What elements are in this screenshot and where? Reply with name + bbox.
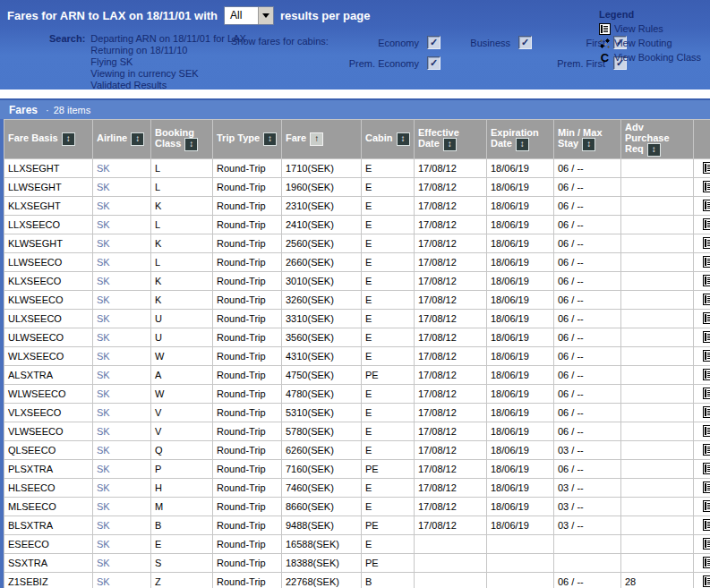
airline-link[interactable]: SK: [97, 482, 110, 493]
cell-fare: 8660(SEK): [282, 498, 362, 516]
cabin-label-prem-first: Prem. First: [557, 58, 605, 69]
airline-link[interactable]: SK: [97, 501, 110, 512]
view-rules-icon[interactable]: [703, 463, 710, 474]
view-rules-icon[interactable]: [703, 369, 710, 380]
cell-airline: SK: [93, 498, 151, 516]
view-rules-icon[interactable]: [703, 388, 710, 399]
cell-effective-date: [415, 554, 487, 573]
column-header: Effective Date: [415, 120, 487, 159]
airline-link[interactable]: SK: [97, 445, 110, 456]
airline-link[interactable]: SK: [97, 576, 110, 587]
view-rules-icon[interactable]: [703, 444, 710, 456]
airline-link[interactable]: SK: [97, 558, 110, 568]
cabin-checkbox-economy[interactable]: [427, 36, 441, 49]
cabin-filter: Show fares for cabins: Economy Business …: [231, 36, 626, 70]
view-rules-icon[interactable]: [703, 500, 710, 512]
airline-link[interactable]: SK: [97, 388, 110, 399]
sort-toggle-icon[interactable]: [184, 138, 198, 151]
fare-row: ESEECOSKERound-Trip16588(SEK)E: [4, 535, 710, 554]
view-rules-icon[interactable]: [703, 200, 710, 211]
view-rules-icon[interactable]: [703, 406, 710, 418]
cabin-checkbox-business[interactable]: [518, 36, 532, 49]
airline-link[interactable]: SK: [97, 182, 110, 192]
airline-link[interactable]: SK: [97, 313, 110, 324]
view-rules-icon[interactable]: [703, 481, 710, 493]
view-rules-icon[interactable]: [703, 181, 710, 192]
view-rules-icon[interactable]: [703, 557, 710, 568]
cell-booking-class: K: [151, 272, 213, 291]
view-rules-icon[interactable]: [703, 350, 710, 362]
airline-link[interactable]: SK: [97, 520, 110, 531]
cell-effective-date: 17/08/12: [415, 460, 487, 479]
cell-cabin: E: [362, 498, 415, 516]
airline-link[interactable]: SK: [97, 426, 110, 437]
airline-link[interactable]: SK: [97, 294, 110, 305]
sort-toggle-icon[interactable]: [62, 132, 75, 146]
fare-row: KLWSEECOSKKRound-Trip3260(SEK)E17/08/121…: [4, 291, 710, 310]
cell-fare: 2660(SEK): [282, 253, 362, 272]
airline-link[interactable]: SK: [97, 407, 110, 418]
view-rules-icon[interactable]: [703, 331, 710, 343]
sort-ascending-icon[interactable]: [310, 132, 323, 146]
cell-adv-purchase-req: [621, 310, 694, 328]
view-rules-icon[interactable]: [703, 275, 710, 286]
airline-link[interactable]: SK: [97, 351, 110, 362]
cell-airline: SK: [93, 347, 151, 366]
cell-trip-type: Round-Trip: [213, 460, 282, 479]
sort-toggle-icon[interactable]: [263, 132, 277, 146]
view-rules-icon[interactable]: [703, 312, 710, 324]
sort-toggle-icon[interactable]: [582, 138, 595, 151]
cell-cabin: E: [362, 404, 415, 422]
cell-booking-class: U: [151, 328, 213, 347]
airline-link[interactable]: SK: [97, 464, 110, 474]
cell-fare-basis: Z1SEBIZ: [4, 573, 93, 588]
cell-expiration-date: 18/06/19: [487, 197, 554, 216]
column-header: Trip Type: [213, 120, 282, 159]
cell-expiration-date: 18/06/19: [487, 479, 554, 498]
airline-link[interactable]: SK: [97, 238, 110, 249]
results-per-page-select[interactable]: All: [224, 6, 274, 25]
cell-min-max-stay: [554, 535, 621, 554]
cell-expiration-date: 18/06/19: [487, 178, 554, 197]
cell-expiration-date: 18/06/19: [487, 347, 554, 366]
select-dropdown-arrow-icon[interactable]: [258, 7, 273, 24]
view-rules-icon[interactable]: [703, 575, 710, 587]
sort-toggle-icon[interactable]: [647, 143, 661, 157]
cell-trip-type: Round-Trip: [213, 178, 282, 197]
airline-link[interactable]: SK: [97, 200, 110, 211]
airline-link[interactable]: SK: [97, 539, 110, 550]
view-rules-icon[interactable]: [703, 425, 710, 437]
cell-booking-class: L: [151, 253, 213, 272]
airline-link[interactable]: SK: [97, 370, 110, 380]
view-rules-icon[interactable]: [703, 162, 710, 174]
column-header: Booking Class: [151, 120, 213, 159]
cell-cabin: PE: [362, 460, 415, 479]
cell-expiration-date: 18/06/19: [487, 441, 554, 460]
sort-toggle-icon[interactable]: [397, 132, 410, 146]
airline-link[interactable]: SK: [97, 332, 110, 343]
view-rules-icon[interactable]: [703, 237, 710, 249]
airline-link[interactable]: SK: [97, 276, 110, 286]
sort-toggle-icon[interactable]: [443, 138, 457, 151]
airline-link[interactable]: SK: [97, 219, 110, 230]
cell-airline: SK: [93, 159, 151, 178]
sort-toggle-icon[interactable]: [516, 138, 529, 151]
cell-view-rules: [694, 178, 710, 197]
view-rules-icon[interactable]: [703, 519, 710, 531]
airline-link[interactable]: SK: [97, 163, 110, 174]
view-rules-icon[interactable]: [703, 294, 710, 305]
cell-adv-purchase-req: [621, 272, 694, 291]
cell-cabin: E: [362, 441, 415, 460]
cabin-checkbox-prem-economy[interactable]: [427, 56, 441, 70]
cell-view-rules: [694, 516, 710, 535]
airline-link[interactable]: SK: [97, 257, 110, 268]
view-rules-icon[interactable]: [703, 256, 710, 268]
view-rules-icon[interactable]: [703, 218, 710, 230]
cell-min-max-stay: 06 / --: [554, 234, 621, 253]
cell-view-rules: [694, 498, 710, 516]
fare-row: LLWSEGHTSKLRound-Trip1960(SEK)E17/08/121…: [4, 178, 710, 197]
cell-view-rules: [694, 197, 710, 216]
view-rules-icon[interactable]: [703, 538, 710, 550]
cell-effective-date: 17/08/12: [415, 347, 487, 366]
sort-toggle-icon[interactable]: [131, 132, 144, 146]
